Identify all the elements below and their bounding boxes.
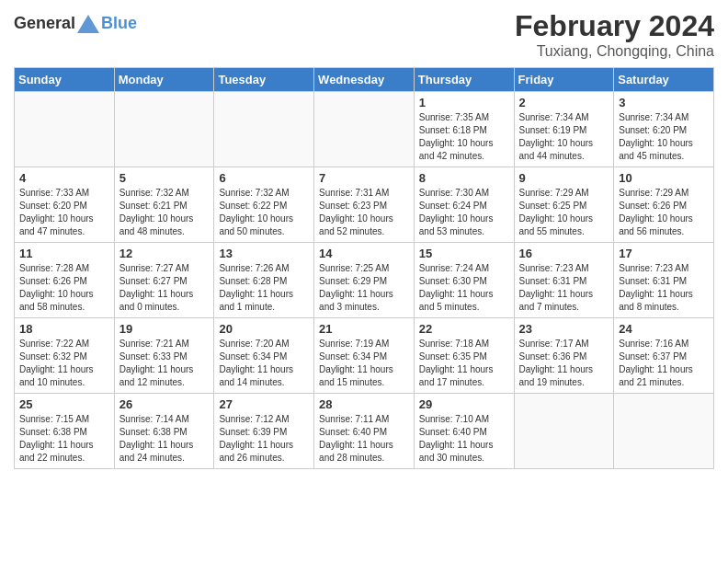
day-info: Sunrise: 7:15 AM Sunset: 6:38 PM Dayligh… [19,413,109,465]
day-info: Sunrise: 7:35 AM Sunset: 6:18 PM Dayligh… [419,111,509,163]
day-number: 27 [219,397,309,411]
calendar-day-cell: 13Sunrise: 7:26 AM Sunset: 6:28 PM Dayli… [214,243,314,318]
day-number: 1 [419,96,509,109]
title-area: February 2024 Tuxiang, Chongqing, China [515,9,714,60]
day-info: Sunrise: 7:19 AM Sunset: 6:34 PM Dayligh… [319,338,409,389]
day-info: Sunrise: 7:31 AM Sunset: 6:23 PM Dayligh… [319,187,409,238]
calendar-week-row: 18Sunrise: 7:22 AM Sunset: 6:32 PM Dayli… [15,318,714,394]
day-info: Sunrise: 7:20 AM Sunset: 6:34 PM Dayligh… [219,338,309,389]
day-of-week-header: Tuesday [214,68,314,92]
calendar-day-cell: 24Sunrise: 7:16 AM Sunset: 6:37 PM Dayli… [614,318,714,394]
calendar-header-row: SundayMondayTuesdayWednesdayThursdayFrid… [15,68,714,92]
day-of-week-header: Friday [514,68,614,92]
day-number: 2 [519,96,609,109]
day-info: Sunrise: 7:12 AM Sunset: 6:39 PM Dayligh… [219,413,309,465]
calendar-day-cell: 1Sunrise: 7:35 AM Sunset: 6:18 PM Daylig… [414,92,514,167]
calendar-day-cell: 17Sunrise: 7:23 AM Sunset: 6:31 PM Dayli… [614,243,714,318]
calendar-day-cell [314,92,415,167]
logo-icon [77,15,99,33]
calendar-day-cell: 11Sunrise: 7:28 AM Sunset: 6:26 PM Dayli… [15,243,115,318]
calendar-week-row: 25Sunrise: 7:15 AM Sunset: 6:38 PM Dayli… [15,394,714,469]
day-info: Sunrise: 7:26 AM Sunset: 6:28 PM Dayligh… [219,262,309,314]
calendar-day-cell: 26Sunrise: 7:14 AM Sunset: 6:38 PM Dayli… [114,394,214,469]
day-number: 8 [419,171,509,185]
calendar-day-cell: 12Sunrise: 7:27 AM Sunset: 6:27 PM Dayli… [114,243,214,318]
location-title: Tuxiang, Chongqing, China [515,43,714,60]
calendar-body: 1Sunrise: 7:35 AM Sunset: 6:18 PM Daylig… [15,92,714,469]
day-of-week-header: Saturday [614,68,714,92]
day-number: 10 [619,171,709,185]
day-number: 6 [219,171,309,185]
day-of-week-header: Sunday [15,68,115,92]
day-number: 25 [19,397,109,411]
calendar-week-row: 11Sunrise: 7:28 AM Sunset: 6:26 PM Dayli… [15,243,714,318]
day-info: Sunrise: 7:24 AM Sunset: 6:30 PM Dayligh… [419,262,509,314]
calendar-day-cell: 6Sunrise: 7:32 AM Sunset: 6:22 PM Daylig… [214,167,314,243]
logo: General Blue [14,14,137,33]
calendar-day-cell: 29Sunrise: 7:10 AM Sunset: 6:40 PM Dayli… [414,394,514,469]
day-info: Sunrise: 7:30 AM Sunset: 6:24 PM Dayligh… [419,187,509,238]
calendar-day-cell: 18Sunrise: 7:22 AM Sunset: 6:32 PM Dayli… [15,318,115,394]
calendar-day-cell: 9Sunrise: 7:29 AM Sunset: 6:25 PM Daylig… [514,167,614,243]
logo-blue: Blue [101,14,137,33]
day-of-week-header: Thursday [414,68,514,92]
day-number: 3 [619,96,709,109]
svg-marker-0 [77,15,99,33]
day-number: 4 [19,171,109,185]
calendar-day-cell: 14Sunrise: 7:25 AM Sunset: 6:29 PM Dayli… [314,243,415,318]
day-info: Sunrise: 7:21 AM Sunset: 6:33 PM Dayligh… [119,338,210,389]
day-info: Sunrise: 7:27 AM Sunset: 6:27 PM Dayligh… [119,262,210,314]
day-info: Sunrise: 7:25 AM Sunset: 6:29 PM Dayligh… [319,262,409,314]
calendar-day-cell: 5Sunrise: 7:32 AM Sunset: 6:21 PM Daylig… [114,167,214,243]
day-number: 5 [119,171,210,185]
day-info: Sunrise: 7:11 AM Sunset: 6:40 PM Dayligh… [319,413,409,465]
day-info: Sunrise: 7:34 AM Sunset: 6:20 PM Dayligh… [619,111,709,163]
calendar-day-cell: 2Sunrise: 7:34 AM Sunset: 6:19 PM Daylig… [514,92,614,167]
day-number: 29 [419,397,509,411]
day-number: 14 [319,247,409,260]
day-number: 12 [119,247,210,260]
calendar-day-cell [514,394,614,469]
calendar-day-cell: 28Sunrise: 7:11 AM Sunset: 6:40 PM Dayli… [314,394,415,469]
day-number: 22 [419,322,509,336]
day-number: 15 [419,247,509,260]
day-info: Sunrise: 7:22 AM Sunset: 6:32 PM Dayligh… [19,338,109,389]
calendar-week-row: 1Sunrise: 7:35 AM Sunset: 6:18 PM Daylig… [15,92,714,167]
calendar-day-cell: 15Sunrise: 7:24 AM Sunset: 6:30 PM Dayli… [414,243,514,318]
day-number: 19 [119,322,210,336]
header: General Blue February 2024 Tuxiang, Chon… [14,9,714,60]
day-info: Sunrise: 7:14 AM Sunset: 6:38 PM Dayligh… [119,413,210,465]
calendar-day-cell: 16Sunrise: 7:23 AM Sunset: 6:31 PM Dayli… [514,243,614,318]
day-number: 17 [619,247,709,260]
day-number: 18 [19,322,109,336]
day-info: Sunrise: 7:29 AM Sunset: 6:26 PM Dayligh… [619,187,709,238]
day-info: Sunrise: 7:18 AM Sunset: 6:35 PM Dayligh… [419,338,509,389]
calendar-day-cell: 19Sunrise: 7:21 AM Sunset: 6:33 PM Dayli… [114,318,214,394]
day-number: 24 [619,322,709,336]
day-info: Sunrise: 7:32 AM Sunset: 6:22 PM Dayligh… [219,187,309,238]
calendar-week-row: 4Sunrise: 7:33 AM Sunset: 6:20 PM Daylig… [15,167,714,243]
calendar-day-cell: 8Sunrise: 7:30 AM Sunset: 6:24 PM Daylig… [414,167,514,243]
calendar-day-cell [114,92,214,167]
day-of-week-header: Monday [114,68,214,92]
calendar-table: SundayMondayTuesdayWednesdayThursdayFrid… [14,67,714,469]
day-info: Sunrise: 7:23 AM Sunset: 6:31 PM Dayligh… [519,262,609,314]
day-number: 20 [219,322,309,336]
calendar-day-cell [15,92,115,167]
day-info: Sunrise: 7:10 AM Sunset: 6:40 PM Dayligh… [419,413,509,465]
day-number: 21 [319,322,409,336]
day-number: 16 [519,247,609,260]
calendar-day-cell: 4Sunrise: 7:33 AM Sunset: 6:20 PM Daylig… [15,167,115,243]
logo-general: General [14,14,75,33]
calendar-day-cell: 20Sunrise: 7:20 AM Sunset: 6:34 PM Dayli… [214,318,314,394]
day-number: 26 [119,397,210,411]
day-info: Sunrise: 7:33 AM Sunset: 6:20 PM Dayligh… [19,187,109,238]
day-info: Sunrise: 7:16 AM Sunset: 6:37 PM Dayligh… [619,338,709,389]
calendar-day-cell: 21Sunrise: 7:19 AM Sunset: 6:34 PM Dayli… [314,318,415,394]
day-info: Sunrise: 7:34 AM Sunset: 6:19 PM Dayligh… [519,111,609,163]
day-number: 7 [319,171,409,185]
day-number: 28 [319,397,409,411]
calendar-day-cell: 23Sunrise: 7:17 AM Sunset: 6:36 PM Dayli… [514,318,614,394]
calendar-day-cell: 27Sunrise: 7:12 AM Sunset: 6:39 PM Dayli… [214,394,314,469]
calendar-day-cell [614,394,714,469]
